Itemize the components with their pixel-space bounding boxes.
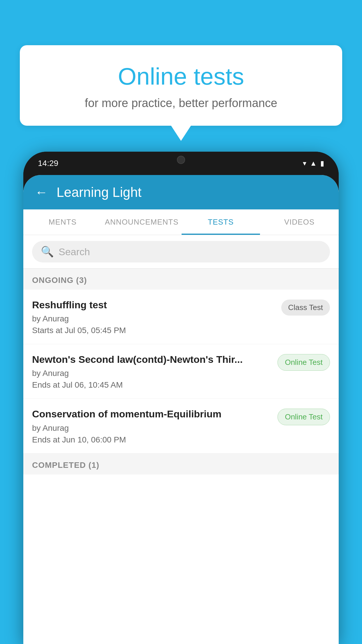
test-badge-class: Class Test: [281, 300, 330, 316]
phone-notch: [155, 152, 207, 168]
wifi-icon: ▾: [303, 159, 306, 167]
search-container: 🔍 Search: [23, 235, 339, 269]
tab-announcements[interactable]: ANNOUNCEMENTS: [102, 209, 182, 235]
search-placeholder: Search: [59, 246, 90, 258]
test-author: by Anurag: [32, 424, 272, 433]
speech-bubble-container: Online tests for more practice, better p…: [20, 45, 342, 126]
test-title: Reshuffling test: [32, 298, 275, 311]
app-title: Learning Light: [57, 184, 142, 200]
tab-videos[interactable]: VIDEOS: [260, 209, 339, 235]
app-header: ← Learning Light: [23, 175, 339, 209]
test-date: Ends at Jul 06, 10:45 AM: [32, 380, 272, 390]
phone-time: 14:29: [38, 159, 58, 168]
test-date: Ends at Jun 10, 06:00 PM: [32, 435, 272, 444]
test-item[interactable]: Newton's Second law(contd)-Newton's Thir…: [23, 344, 339, 399]
test-item[interactable]: Reshuffling test by Anurag Starts at Jul…: [23, 290, 339, 344]
phone-frame: 14:29 ▾ ▲ ▮ ← Learning Light MENTS ANNOU…: [23, 152, 339, 644]
phone-screen: ← Learning Light MENTS ANNOUNCEMENTS TES…: [23, 175, 339, 644]
test-date: Starts at Jul 05, 05:45 PM: [32, 326, 275, 335]
test-item-content: Newton's Second law(contd)-Newton's Thir…: [32, 353, 272, 390]
ongoing-section-header: ONGOING (3): [23, 269, 339, 290]
signal-icon: ▲: [310, 159, 317, 167]
tabs-bar: MENTS ANNOUNCEMENTS TESTS VIDEOS: [23, 209, 339, 235]
test-badge-online: Online Test: [277, 409, 330, 425]
status-icons: ▾ ▲ ▮: [303, 159, 324, 167]
completed-section-header: COMPLETED (1): [23, 454, 339, 475]
tab-ments[interactable]: MENTS: [23, 209, 102, 235]
battery-icon: ▮: [320, 159, 324, 167]
back-button[interactable]: ←: [35, 185, 48, 200]
search-icon: 🔍: [41, 246, 54, 258]
test-list: Reshuffling test by Anurag Starts at Jul…: [23, 290, 339, 644]
phone-camera: [177, 156, 185, 164]
test-badge-online: Online Test: [277, 354, 330, 371]
test-author: by Anurag: [32, 314, 275, 323]
test-item-content: Conservation of momentum-Equilibrium by …: [32, 407, 272, 444]
test-title: Conservation of momentum-Equilibrium: [32, 407, 272, 420]
test-author: by Anurag: [32, 369, 272, 378]
test-item-content: Reshuffling test by Anurag Starts at Jul…: [32, 298, 275, 335]
test-item[interactable]: Conservation of momentum-Equilibrium by …: [23, 399, 339, 453]
bubble-title: Online tests: [31, 63, 331, 90]
bubble-subtitle: for more practice, better performance: [31, 97, 331, 110]
speech-bubble: Online tests for more practice, better p…: [20, 45, 342, 126]
test-title: Newton's Second law(contd)-Newton's Thir…: [32, 353, 272, 366]
tab-tests[interactable]: TESTS: [182, 209, 260, 235]
phone-status-bar: 14:29 ▾ ▲ ▮: [23, 152, 339, 175]
search-input-wrapper[interactable]: 🔍 Search: [32, 241, 330, 262]
